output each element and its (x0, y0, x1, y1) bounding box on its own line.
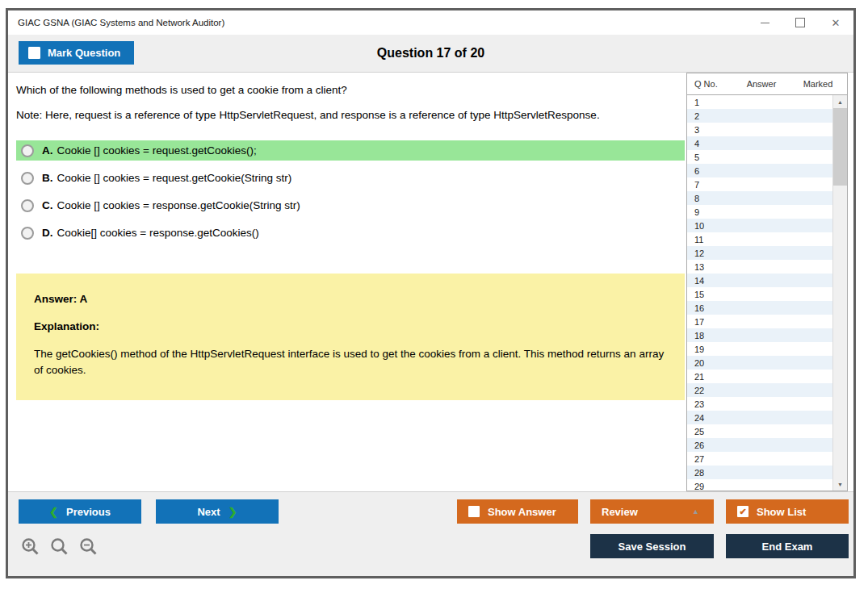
mark-question-button[interactable]: Mark Question (19, 41, 134, 65)
zoom-reset-icon[interactable] (50, 537, 69, 557)
explanation-text: The getCookies() method of the HttpServl… (34, 346, 667, 379)
mark-question-checkbox[interactable] (28, 47, 40, 59)
show-answer-button[interactable]: Show Answer (457, 499, 578, 524)
question-list-header: Q No. Answer Marked (687, 73, 847, 95)
option-text: Cookie [] cookies = request.getCookie(St… (57, 172, 292, 184)
main-area: Which of the following methods is used t… (8, 72, 853, 491)
question-list-row[interactable]: 15 (687, 287, 832, 301)
review-button[interactable]: Review ▲ (590, 499, 714, 524)
answer-explanation-panel: Answer: A Explanation: The getCookies() … (16, 274, 685, 400)
chevron-right-icon: ❯ (229, 506, 237, 518)
window-controls: ✕ (747, 10, 853, 35)
question-list-row[interactable]: 3 (687, 123, 832, 136)
option-a-radio[interactable] (21, 144, 34, 157)
option-text: Cookie[] cookies = response.getCookies() (57, 227, 259, 239)
end-exam-button[interactable]: End Exam (726, 534, 849, 558)
zoom-in-icon[interactable] (21, 537, 40, 557)
minimize-icon (761, 23, 769, 23)
question-list-rows: 1234567891011121314151617181920212223242… (687, 95, 832, 491)
question-list-row[interactable]: 25 (687, 424, 832, 438)
answer-label: Answer: A (34, 293, 667, 305)
column-marked: Marked (789, 79, 847, 89)
save-session-label: Save Session (619, 541, 686, 553)
option-letter: D. (42, 227, 53, 239)
save-session-button[interactable]: Save Session (590, 534, 714, 558)
question-list-row[interactable]: 16 (687, 301, 832, 315)
show-answer-label: Show Answer (488, 506, 556, 518)
question-list-row[interactable]: 6 (687, 164, 832, 177)
question-text: Which of the following methods is used t… (16, 84, 685, 96)
previous-label: Previous (66, 506, 111, 518)
option-c-radio[interactable] (21, 199, 34, 212)
column-answer: Answer (734, 79, 789, 89)
triangle-up-icon: ▲ (692, 507, 699, 516)
title-bar: GIAC GSNA (GIAC Systems and Network Audi… (8, 10, 853, 35)
question-list-row[interactable]: 12 (687, 246, 832, 260)
question-list-row[interactable]: 13 (687, 260, 832, 274)
footer-bar: ❮ Previous Next ❯ Show Answer Review ▲ ✔… (8, 491, 853, 576)
question-list-row[interactable]: 10 (687, 219, 832, 232)
question-list-row[interactable]: 9 (687, 205, 832, 219)
zoom-out-icon[interactable] (79, 537, 99, 557)
next-label: Next (197, 506, 220, 518)
question-list-row[interactable]: 18 (687, 328, 832, 342)
option-c[interactable]: C. Cookie [] cookies = response.getCooki… (16, 195, 685, 215)
question-list-row[interactable]: 17 (687, 315, 832, 328)
show-list-checkbox[interactable]: ✔ (737, 506, 748, 517)
previous-button[interactable]: ❮ Previous (19, 499, 141, 524)
show-list-label: Show List (757, 506, 806, 518)
question-list-row[interactable]: 23 (687, 397, 832, 411)
question-list-row[interactable]: 24 (687, 411, 832, 424)
end-exam-label: End Exam (762, 541, 813, 553)
question-list-row[interactable]: 21 (687, 370, 832, 383)
option-text: Cookie [] cookies = response.getCookie(S… (57, 199, 300, 211)
close-icon: ✕ (832, 17, 841, 29)
option-b-radio[interactable] (21, 172, 34, 185)
question-list-row[interactable]: 7 (687, 177, 832, 191)
maximize-button[interactable] (782, 10, 818, 35)
question-list-row[interactable]: 27 (687, 452, 832, 466)
option-letter: A. (42, 144, 53, 157)
question-list-row[interactable]: 11 (687, 232, 832, 246)
zoom-controls (21, 537, 99, 557)
question-list-row[interactable]: 4 (687, 136, 832, 150)
question-list-row[interactable]: 26 (687, 438, 832, 452)
minimize-button[interactable] (747, 10, 782, 35)
next-button[interactable]: Next ❯ (156, 499, 279, 524)
question-list-row[interactable]: 19 (687, 342, 832, 356)
top-bar: Mark Question Question 17 of 20 (8, 35, 853, 72)
question-list-body: 1234567891011121314151617181920212223242… (687, 95, 847, 491)
question-list-scrollbar[interactable]: ▲ ▼ (832, 95, 847, 491)
option-text: Cookie [] cookies = request.getCookies()… (57, 144, 257, 157)
show-list-button[interactable]: ✔ Show List (726, 499, 849, 524)
question-list-panel: Q No. Answer Marked 12345678910111213141… (686, 73, 848, 491)
mark-question-label: Mark Question (48, 47, 120, 59)
chevron-left-icon: ❮ (49, 506, 58, 518)
review-label: Review (602, 506, 638, 518)
question-list-row[interactable]: 2 (687, 109, 832, 123)
question-list-row[interactable]: 22 (687, 383, 832, 397)
question-list-row[interactable]: 5 (687, 150, 832, 164)
app-window: GIAC GSNA (GIAC Systems and Network Audi… (6, 8, 856, 578)
scrollbar-thumb[interactable] (833, 108, 847, 186)
option-d-radio[interactable] (21, 227, 34, 240)
question-list-row[interactable]: 8 (687, 191, 832, 205)
question-list-row[interactable]: 28 (687, 466, 832, 479)
question-panel: Which of the following methods is used t… (16, 73, 685, 491)
question-list-row[interactable]: 1 (687, 95, 832, 109)
options-list: A. Cookie [] cookies = request.getCookie… (16, 140, 685, 243)
question-note: Note: Here, request is a reference of ty… (16, 109, 685, 121)
question-list-row[interactable]: 14 (687, 274, 832, 287)
maximize-icon (795, 18, 805, 27)
question-list-row[interactable]: 29 (687, 479, 832, 491)
close-button[interactable]: ✕ (818, 10, 853, 35)
question-list-row[interactable]: 20 (687, 356, 832, 370)
show-answer-checkbox[interactable] (468, 506, 480, 517)
option-letter: C. (42, 199, 53, 211)
scroll-up-icon[interactable]: ▲ (833, 95, 847, 108)
scroll-down-icon[interactable]: ▼ (833, 478, 847, 491)
option-a[interactable]: A. Cookie [] cookies = request.getCookie… (16, 140, 685, 161)
window-title: GIAC GSNA (GIAC Systems and Network Audi… (8, 18, 224, 27)
option-d[interactable]: D. Cookie[] cookies = response.getCookie… (16, 223, 685, 243)
option-b[interactable]: B. Cookie [] cookies = request.getCookie… (16, 168, 685, 188)
